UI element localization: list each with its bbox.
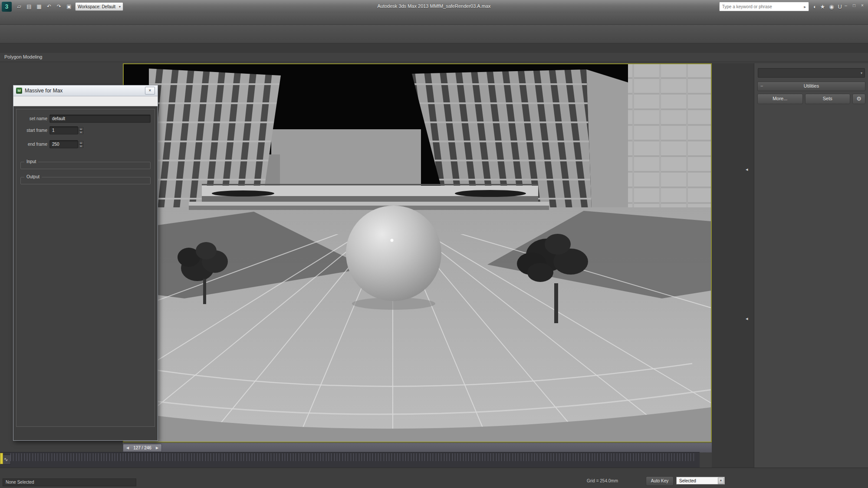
dialog-menu-bar	[13, 96, 158, 106]
previous-frame-arrow-icon[interactable]: ◀	[126, 446, 129, 450]
pass-buttons	[87, 126, 151, 154]
set-name-label: set name	[20, 116, 47, 121]
timeline-ruler[interactable]	[10, 453, 696, 461]
input-group: Input	[20, 162, 151, 169]
end-frame-spinner[interactable]: ▴▾	[79, 141, 83, 148]
perspective-viewport[interactable]	[123, 63, 712, 442]
input-group-title: Input	[24, 159, 38, 164]
start-frame-label: start frame	[20, 128, 47, 133]
ribbon-tab-bar	[0, 43, 868, 53]
open-file-icon[interactable]: ▤	[25, 2, 33, 11]
maximize-button[interactable]: □	[851, 3, 857, 9]
window-buttons: –□×	[843, 3, 865, 9]
more-utilities-button[interactable]: More...	[757, 94, 803, 104]
workspace-label: Workspace: Default	[78, 4, 115, 9]
undo-icon[interactable]: ↶	[45, 2, 53, 11]
command-panel: ▾ − Utilities More... Sets ⚙	[754, 63, 868, 468]
favorites-icon[interactable]: ★	[820, 3, 825, 10]
viewport-gap	[712, 63, 754, 468]
sphere-object[interactable]	[346, 206, 441, 301]
close-button[interactable]: ×	[859, 3, 865, 9]
chevron-down-icon: ▾	[858, 71, 865, 75]
sign-in-icon[interactable]: ◉	[829, 3, 834, 10]
minimize-button[interactable]: –	[843, 3, 849, 9]
infocenter: ▸ ◖★◉U	[719, 2, 842, 11]
utility-dropdown[interactable]: ▾	[758, 68, 865, 78]
title-bar: 3 ▱▤▦↶↷▣ Workspace: Default ▾ Autodesk 3…	[0, 0, 868, 13]
panel-splitter-icon[interactable]: ◂	[746, 167, 748, 172]
time-slider-display: 127 / 246	[133, 445, 151, 450]
utilities-rollout-header[interactable]: − Utilities	[757, 82, 865, 91]
set-name-field[interactable]: default	[49, 115, 151, 123]
auto-key-button[interactable]: Auto Key	[646, 476, 674, 486]
ribbon-panel-label: Polygon Modeling	[0, 53, 868, 62]
command-panel-tabs	[754, 63, 868, 67]
quick-access-toolbar: ▱▤▦↶↷▣	[15, 2, 73, 11]
communication-center-icon[interactable]: ◖	[813, 3, 816, 10]
search-icon[interactable]: ▸	[802, 4, 809, 9]
status-bar: None Selected Grid = 254.0mm Auto Key Se…	[0, 468, 868, 488]
time-slider-handle[interactable]: ◀ 127 / 246 ▶	[123, 444, 162, 452]
panel-splitter-icon[interactable]: ◂	[746, 316, 748, 321]
search-input[interactable]	[720, 4, 802, 9]
start-frame-field[interactable]: 1	[49, 126, 78, 134]
dialog-title-bar[interactable]: M Massive for Max ×	[13, 85, 158, 96]
time-slider[interactable]: ◀ 127 / 246 ▶	[123, 442, 712, 452]
selection-status: None Selected	[3, 478, 136, 486]
main-toolbar	[0, 25, 868, 43]
key-filter-dropdown[interactable]: Selected ▾	[676, 477, 725, 485]
massive-for-max-dialog: M Massive for Max × set name default sta…	[13, 85, 158, 441]
window-title: Autodesk 3ds Max 2013 MMfM_safeRender03.…	[377, 3, 490, 9]
save-file-icon[interactable]: ▦	[35, 2, 43, 11]
infocenter-icons: ◖★◉U	[813, 3, 842, 10]
autodesk-360-icon[interactable]: U	[838, 3, 842, 10]
track-bar[interactable]: ∿	[0, 452, 700, 468]
massive-logo-icon: M	[16, 88, 22, 94]
app-logo-icon[interactable]: 3	[2, 2, 12, 12]
project-folder-icon[interactable]: ▣	[65, 2, 73, 11]
utilities-rollout-title: Utilities	[804, 83, 819, 88]
output-group-title: Output	[24, 174, 42, 179]
key-filter-value: Selected	[679, 478, 696, 483]
menu-bar	[0, 13, 868, 25]
utilities-list	[754, 105, 868, 113]
application-window: 3 ▱▤▦↶↷▣ Workspace: Default ▾ Autodesk 3…	[0, 0, 868, 488]
grid-size-label: Grid = 254.0mm	[587, 478, 618, 483]
playhead[interactable]	[0, 453, 3, 464]
start-frame-spinner[interactable]: ▴▾	[79, 127, 83, 134]
end-frame-label: end frame	[20, 142, 47, 147]
redo-icon[interactable]: ↷	[55, 2, 63, 11]
dialog-title: Massive for Max	[25, 88, 142, 94]
new-scene-icon[interactable]: ▱	[15, 2, 23, 11]
output-group: Output	[20, 177, 151, 184]
dialog-content: set name default start frame 1 ▴▾	[16, 109, 155, 427]
chevron-down-icon: ▾	[718, 478, 724, 484]
close-icon[interactable]: ×	[145, 87, 155, 95]
chevron-down-icon: ▾	[119, 5, 121, 9]
configure-button-sets-icon[interactable]: ⚙	[852, 94, 865, 104]
next-frame-arrow-icon[interactable]: ▶	[156, 446, 158, 450]
infocenter-search: ▸	[719, 2, 809, 11]
collapse-rollout-icon: −	[760, 82, 763, 90]
workspace-dropdown[interactable]: Workspace: Default ▾	[75, 2, 123, 11]
end-frame-field[interactable]: 250	[49, 140, 78, 148]
sets-button[interactable]: Sets	[805, 94, 851, 104]
viewport-scene	[124, 64, 711, 442]
